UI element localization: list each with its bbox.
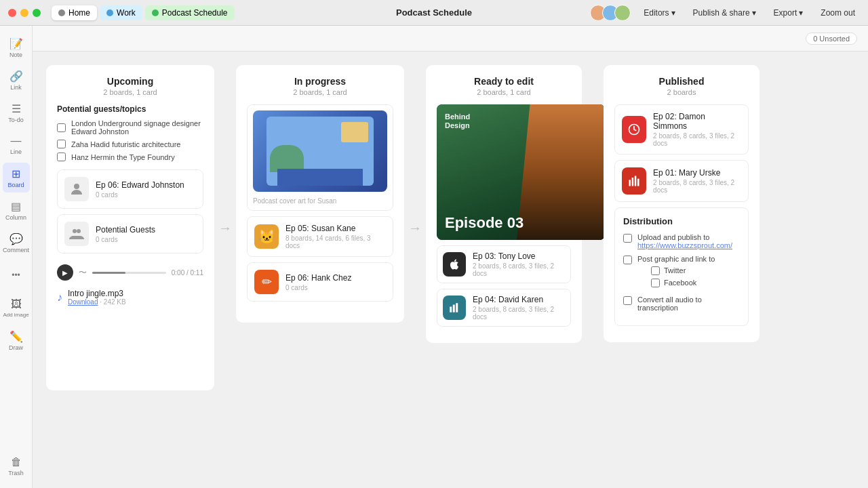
cover-art-label: Podcast cover art for Susan [253,197,387,205]
card-damon-simmons[interactable]: Ep 02: Damon Simmons 2 boards, 8 cards, … [614,104,749,155]
card-tony-love[interactable]: Ep 03: Tony Love 2 boards, 8 cards, 3 fi… [437,245,571,283]
audio-progress-bar[interactable] [92,272,166,274]
window-title: Podcast Schedule [396,7,472,18]
check-item-2: Zaha Hadid futuristic architecture [57,140,203,148]
episode-03-card[interactable]: BehindDesign Episode 03 [437,104,605,240]
cover-shape-2 [270,145,304,172]
card-mary-sub: 2 boards, 8 cards, 3 files, 2 docs [653,179,741,194]
publish-share-button[interactable]: Publish & share ▾ [688,6,761,20]
in-progress-subtitle: 2 boards, 1 card [247,88,393,96]
card-damon-sub: 2 boards, 8 cards, 3 files, 2 docs [653,132,741,147]
audio-wave-icon: 〜 [79,267,87,279]
dist-upload-checkbox[interactable] [623,234,632,243]
dist-post-checkbox[interactable] [623,256,632,264]
dist-transcription-label: Convert all audio to transcription [637,296,740,312]
todo-icon: ☰ [12,102,21,115]
export-button[interactable]: Export ▾ [769,6,808,20]
card-david-karen[interactable]: Ep 04: David Karen 2 boards, 8 cards, 3 … [437,289,571,327]
export-chevron-icon: ▾ [799,8,803,18]
facebook-checkbox[interactable] [651,279,660,287]
card-icon-cat: 🐱 [254,224,279,249]
sidebar-item-note[interactable]: 📝 Note [3,33,30,62]
sidebar-item-comment[interactable]: 💬 Comment [3,228,30,258]
card-tony-title: Ep 03: Tony Love [473,251,565,261]
card-damon-title: Ep 02: Damon Simmons [653,112,741,131]
upcoming-title: Upcoming [57,76,203,87]
sidebar-item-line[interactable]: — Line [3,130,30,160]
sidebar-item-todo[interactable]: ☰ To-do [3,98,30,127]
board: Upcoming 2 boards, 1 card Potential gues… [33,52,868,404]
editors-button[interactable]: Editors ▾ [639,6,679,20]
svg-rect-9 [635,176,637,186]
check-1-checkbox[interactable] [57,123,66,132]
upcoming-checklist: Potential guests/topics London Undergrou… [57,104,203,161]
card-susan-kane[interactable]: 🐱 Ep 05: Susan Kane 8 boards, 14 cards, … [247,216,393,257]
card-hank-text: Ep 06: Hank Chez 0 cards [285,273,351,291]
card-susan-text: Ep 05: Susan Kane 8 boards, 14 cards, 6 … [285,224,386,249]
published-subtitle: 2 boards [614,88,749,96]
sidebar-item-add-image[interactable]: 🖼 Add image [3,293,30,323]
dist-item-post: Post graphic and link to Twitter Faceboo… [623,255,740,290]
close-button[interactable] [8,9,16,17]
card-potential-guests[interactable]: Potential Guests 0 cards [57,214,203,253]
card-potential-sub: 0 cards [96,236,155,243]
svg-rect-3 [450,307,452,312]
audio-file-details: Intro jingle.mp3 Download · 242 KB [68,289,126,306]
draw-icon: ✏️ [9,330,23,343]
twitter-label: Twitter [664,266,686,274]
tab-podcast[interactable]: Podcast Schedule [145,5,235,20]
card-hank-chez[interactable]: ✏ Ep 06: Hank Chez 0 cards [247,262,393,302]
ready-title: Ready to edit [437,76,571,87]
audio-time: 0:00 / 0:11 [172,269,203,277]
card-icon-apple [443,252,466,277]
sidebar-item-board[interactable]: ⊞ Board [3,163,30,192]
card-mary-title: Ep 01: Mary Urske [653,168,741,178]
audio-file-info: ♪ Intro jingle.mp3 Download · 242 KB [57,289,203,306]
zoom-out-button[interactable]: Zoom out [816,6,860,20]
social-sub-checks: Twitter Facebook [651,266,715,287]
sidebar-item-line-label: Line [10,148,22,155]
tab-home[interactable]: Home [52,5,97,20]
svg-rect-5 [456,303,458,312]
minimize-button[interactable] [20,9,28,17]
topbar: 0 Unsorted [33,26,868,52]
sidebar-item-column[interactable]: ▤ Column [3,195,30,225]
tab-bar: Home Work Podcast Schedule [52,5,235,20]
sidebar-item-todo-label: To-do [8,117,24,123]
audio-download-link[interactable]: Download [68,298,98,306]
dist-transcription-checkbox[interactable] [623,296,632,305]
tab-work[interactable]: Work [100,5,142,20]
column-upcoming: Upcoming 2 boards, 1 card Potential gues… [46,65,214,390]
play-button[interactable]: ▶ [57,264,73,281]
check-2-checkbox[interactable] [57,140,66,148]
check-3-checkbox[interactable] [57,152,66,161]
fullscreen-button[interactable] [33,9,41,17]
twitter-checkbox[interactable] [651,266,660,275]
buzzsprout-link[interactable]: https://www.buzzsprout.com/ [637,241,732,249]
add-image-icon: 🖼 [11,298,22,310]
svg-point-0 [74,184,79,189]
dist-post-label: Post graphic and link to [637,255,715,263]
column-published: Published 2 boards Ep 02: Damon Simmons … [604,65,760,342]
sidebar-item-trash[interactable]: 🗑 Trash [3,451,30,481]
dist-post-text: Post graphic and link to Twitter Faceboo… [637,255,715,290]
home-tab-dot [58,9,65,16]
published-header: Published 2 boards [614,76,749,96]
card-edward-text: Ep 06: Edward Johnston 0 cards [96,180,184,199]
card-edward-johnston[interactable]: Ep 06: Edward Johnston 0 cards [57,169,203,209]
card-mary-urske[interactable]: Ep 01: Mary Urske 2 boards, 8 cards, 3 f… [614,160,749,202]
card-potential-title: Potential Guests [96,225,155,235]
sidebar-item-more[interactable]: ••• [3,260,30,290]
card-susan-sub: 8 boards, 14 cards, 6 files, 3 docs [285,235,386,249]
behind-design-logo: BehindDesign [445,113,597,130]
music-icon: ♪ [57,291,62,304]
cover-art-card[interactable]: Podcast cover art for Susan [247,104,393,211]
sidebar-item-draw[interactable]: ✏️ Draw [3,325,30,355]
editors-chevron-icon: ▾ [671,8,675,18]
episode-number: Episode 03 [445,214,597,232]
sidebar-item-draw-label: Draw [9,344,23,351]
titlebar-right: Editors ▾ Publish & share ▾ Export ▾ Zoo… [594,5,860,21]
sidebar-item-link[interactable]: 🔗 Link [3,65,30,95]
line-icon: — [11,135,22,147]
comment-icon: 💬 [9,232,23,245]
